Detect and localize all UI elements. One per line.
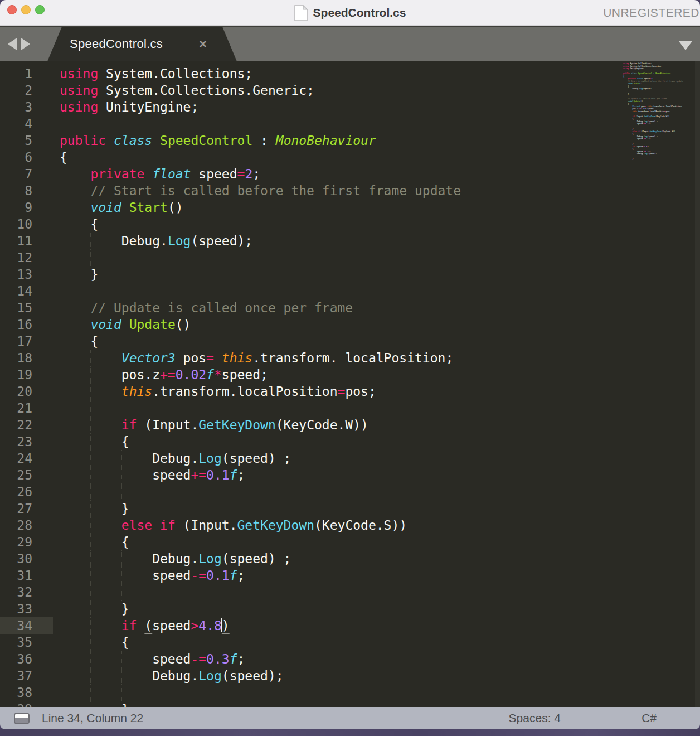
code-line[interactable]: 19 pos.z+=0.02f*speed; [0, 366, 700, 383]
code-line[interactable]: 7 private float speed=2; [0, 166, 700, 182]
line-number[interactable]: 13 [0, 266, 53, 283]
line-number[interactable]: 36 [0, 651, 53, 667]
line-number[interactable]: 7 [0, 166, 53, 182]
indent-guide [60, 333, 60, 350]
code-token: pos [176, 351, 206, 365]
code-line[interactable]: 38 [0, 684, 700, 701]
code-line[interactable]: 6{ [0, 149, 700, 166]
line-number[interactable]: 34 [0, 617, 53, 634]
code-line[interactable]: 5public class SpeedControl : MonoBehavio… [0, 132, 700, 149]
line-number[interactable]: 18 [0, 350, 53, 366]
code-line[interactable]: 15 // Update is called once per frame [0, 299, 700, 316]
code-line[interactable]: 27 } [0, 500, 700, 517]
line-number[interactable]: 33 [0, 601, 53, 617]
tab-speedcontrol[interactable]: SpeedControl.cs × [47, 27, 237, 61]
code-line[interactable]: 8 // Start is called before the first fr… [0, 182, 700, 199]
indent-guide [121, 550, 122, 567]
line-number[interactable]: 20 [0, 383, 53, 400]
line-number[interactable]: 26 [0, 483, 53, 500]
line-number[interactable]: 10 [0, 216, 53, 233]
line-number[interactable]: 28 [0, 517, 53, 534]
indent-guide [90, 249, 91, 266]
editor[interactable]: 1using System.Collections;2using System.… [0, 61, 700, 707]
code-token: 0.3 [206, 652, 230, 666]
line-number[interactable]: 31 [0, 567, 53, 584]
line-number[interactable]: 3 [0, 99, 53, 115]
line-number[interactable]: 9 [0, 199, 53, 216]
code-line[interactable]: 37 Debug.Log(speed); [0, 667, 700, 684]
line-number[interactable]: 32 [0, 584, 53, 601]
code-line[interactable]: 29 { [0, 534, 700, 550]
code-line[interactable]: 10 { [0, 216, 700, 233]
code-token: Debug. [60, 551, 198, 566]
window-title-area: SpeedControl.cs [0, 0, 700, 26]
line-number[interactable]: 12 [0, 249, 53, 266]
code-line[interactable]: 25 speed+=0.1f; [0, 467, 700, 483]
line-number[interactable]: 27 [0, 500, 53, 517]
code-line[interactable]: 28 else if (Input.GetKeyDown(KeyCode.S)) [0, 517, 700, 534]
code-line[interactable]: 1using System.Collections; [0, 65, 700, 82]
code-line[interactable]: 16 void Update() [0, 316, 700, 333]
syntax-setting-button[interactable]: C# [641, 707, 657, 729]
code-line[interactable]: 18 Vector3 pos= this.transform. localPos… [0, 350, 700, 366]
code-line[interactable]: 31 speed-=0.1f; [0, 567, 700, 584]
line-number[interactable]: 35 [0, 634, 53, 651]
line-number[interactable]: 30 [0, 550, 53, 567]
line-number[interactable]: 22 [0, 417, 53, 433]
line-number[interactable]: 21 [0, 400, 53, 417]
code-line[interactable]: 35 { [0, 634, 700, 651]
code-line[interactable]: 39 } [0, 701, 700, 707]
code-line[interactable]: 9 void Start() [0, 199, 700, 216]
line-number[interactable]: 17 [0, 333, 53, 350]
line-number[interactable]: 8 [0, 182, 53, 199]
indent-guide [60, 366, 60, 383]
line-number[interactable]: 6 [0, 149, 53, 166]
code-line[interactable]: 13 } [0, 266, 700, 283]
line-number[interactable]: 11 [0, 233, 53, 249]
line-number[interactable]: 24 [0, 450, 53, 467]
code-line[interactable]: 26 [0, 483, 700, 500]
line-number[interactable]: 4 [0, 115, 53, 132]
code-line[interactable]: 17 { [0, 333, 700, 350]
line-number[interactable]: 39 [0, 701, 53, 707]
code-line[interactable]: 23 { [0, 433, 700, 450]
line-number[interactable]: 16 [0, 316, 53, 333]
line-number[interactable]: 38 [0, 684, 53, 701]
code-line[interactable]: 20 this.transform.localPosition=pos; [0, 383, 700, 400]
tab-overflow-dropdown-icon[interactable] [679, 41, 692, 50]
line-number[interactable]: 1 [0, 65, 53, 82]
code-line[interactable]: 24 Debug.Log(speed) ; [0, 450, 700, 467]
code-line[interactable]: 4 [0, 115, 700, 132]
code-line[interactable]: 36 speed-=0.3f; [0, 651, 700, 667]
tab-label: SpeedControl.cs [70, 27, 163, 61]
code-line[interactable]: 22 if (Input.GetKeyDown(KeyCode.W)) [0, 417, 700, 433]
indent-setting-button[interactable]: Spaces: 4 [509, 707, 561, 729]
code-line[interactable]: 12 [0, 249, 700, 266]
code-line[interactable]: 14 [0, 283, 700, 299]
code-line[interactable]: 21 [0, 400, 700, 417]
line-number[interactable]: 19 [0, 366, 53, 383]
window-title: SpeedControl.cs [313, 6, 406, 20]
back-arrow-icon[interactable] [8, 38, 17, 50]
code-line[interactable]: 11 Debug.Log(speed); [0, 233, 700, 249]
forward-arrow-icon[interactable] [21, 38, 30, 50]
line-number[interactable]: 14 [0, 283, 53, 299]
code-line[interactable]: 32 [0, 584, 700, 601]
code-line[interactable]: 34 if (speed>4.8) [0, 617, 700, 634]
indent-guide [121, 667, 122, 684]
code-line[interactable]: 33 } [0, 601, 700, 617]
line-number[interactable]: 29 [0, 534, 53, 550]
panel-toggle-icon[interactable] [14, 713, 30, 724]
code-line[interactable]: 2using System.Collections.Generic; [0, 82, 700, 99]
document-icon[interactable] [294, 5, 308, 21]
minimap[interactable]: using System.Collections;using System.Co… [618, 62, 700, 235]
line-number[interactable]: 37 [0, 667, 53, 684]
code-line[interactable]: 30 Debug.Log(speed) ; [0, 550, 700, 567]
line-number[interactable]: 5 [0, 132, 53, 149]
line-number[interactable]: 15 [0, 299, 53, 316]
code-line[interactable]: 3using UnityEngine; [0, 99, 700, 115]
line-number[interactable]: 23 [0, 433, 53, 450]
line-number[interactable]: 25 [0, 467, 53, 483]
line-number[interactable]: 2 [0, 82, 53, 99]
tab-close-icon[interactable]: × [199, 27, 207, 61]
